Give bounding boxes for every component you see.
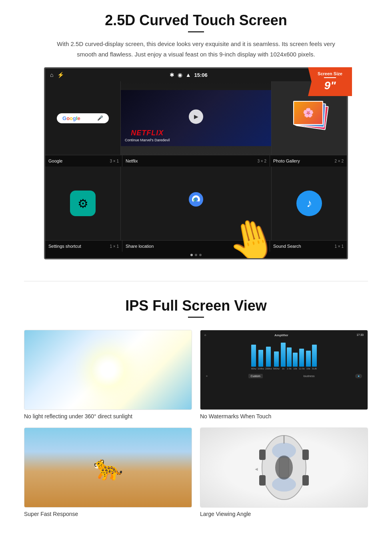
google-logo: Google bbox=[62, 115, 80, 121]
section2-title: IPS Full Screen View bbox=[24, 297, 368, 314]
google-grid-size: 3 × 1 bbox=[110, 159, 119, 163]
eq-band-60hz[interactable]: 60hz bbox=[251, 345, 256, 370]
status-left: ⌂ ⚡ bbox=[50, 72, 64, 78]
amp-loudness-label: loudness bbox=[303, 375, 314, 377]
eq-band-2.5k[interactable]: 2.5k bbox=[287, 347, 292, 370]
app-row-1: Google 🎤 ▶ bbox=[45, 81, 347, 155]
netflix-thumbnail: ▶ NETFLIX Continue Marvel's Daredevil bbox=[121, 90, 271, 146]
amp-toggle[interactable]: ● bbox=[355, 374, 362, 378]
netflix-label-cell: Netflix 3 × 2 bbox=[122, 155, 270, 167]
amp-controls: « Custom loudness ● bbox=[203, 373, 365, 379]
sound-search-cell[interactable]: ♪ bbox=[272, 167, 347, 240]
settings-cell-content: ⚙ bbox=[45, 167, 120, 240]
badge-label: Screen Size bbox=[314, 71, 346, 76]
sun-burst bbox=[92, 354, 124, 386]
maps-icon: G bbox=[184, 189, 208, 218]
sunlight-image bbox=[24, 330, 192, 410]
home-icon[interactable]: ⌂ bbox=[50, 72, 53, 78]
nav-dot-1[interactable] bbox=[190, 254, 193, 256]
section1-description: With 2.5D curved-display screen, this de… bbox=[56, 39, 336, 59]
google-app-name: Google bbox=[48, 159, 62, 163]
image-grid: No light reflecting under 360° direct su… bbox=[24, 330, 368, 517]
section1-title: 2.5D Curved Touch Screen bbox=[24, 12, 368, 29]
svg-rect-9 bbox=[302, 450, 309, 460]
netflix-logo: NETFLIX bbox=[125, 129, 170, 137]
svg-text:◄: ◄ bbox=[254, 466, 259, 472]
amp-home-icon: ⌂ bbox=[204, 333, 206, 337]
svg-point-13 bbox=[275, 456, 293, 480]
photo-gallery-grid-size: 2 × 2 bbox=[334, 159, 344, 163]
mic-icon: 🎤 bbox=[97, 115, 103, 121]
google-cell-content: Google 🎤 bbox=[45, 81, 120, 155]
photo-gallery-app-name: Photo Gallery bbox=[273, 159, 300, 163]
eq-band-200hz[interactable]: 200hz bbox=[265, 347, 272, 370]
netflix-grid-size: 3 × 2 bbox=[257, 159, 266, 163]
settings-app-name: Settings shortcut bbox=[48, 244, 81, 249]
eq-band-100hz[interactable]: 100hz bbox=[258, 350, 264, 370]
amp-time: 17:33 bbox=[356, 333, 364, 337]
nav-dot-2[interactable] bbox=[195, 254, 197, 256]
device-container: Screen Size 9" ⌂ ⚡ ✱ ◉ ▲ 15:06 bbox=[44, 67, 348, 259]
nav-dots bbox=[45, 252, 347, 258]
sound-search-app-name: Sound Search bbox=[273, 244, 301, 249]
amp-title: Amplifier bbox=[274, 333, 288, 337]
badge-divider bbox=[324, 77, 336, 78]
sunlight-item: No light reflecting under 360° direct su… bbox=[24, 330, 192, 420]
cheetah-caption: Super Fast Response bbox=[24, 511, 192, 517]
screen-size-badge: Screen Size 9" bbox=[308, 67, 352, 96]
amplifier-caption: No Watermarks When Touch bbox=[200, 413, 368, 420]
amp-equalizer: 60hz100hz200hz500hz1k2.5k10k12.5k15kSUB bbox=[203, 339, 365, 371]
amplifier-image: ⌂ Amplifier 17:33 60hz100hz200hz500hz1k2… bbox=[200, 330, 368, 410]
sound-search-icon: ♪ bbox=[296, 191, 322, 216]
amp-screen: ⌂ Amplifier 17:33 60hz100hz200hz500hz1k2… bbox=[200, 330, 368, 409]
app-row-2: ⚙ G bbox=[45, 167, 347, 241]
amp-custom-button[interactable]: Custom bbox=[248, 374, 263, 378]
netflix-play-button[interactable]: ▶ bbox=[189, 109, 203, 124]
location-icon: ◉ bbox=[178, 72, 182, 78]
photo-card-front: 🌸 bbox=[293, 101, 323, 125]
svg-rect-10 bbox=[259, 475, 266, 486]
status-center: ✱ ◉ ▲ 15:06 bbox=[170, 72, 208, 78]
cheetah-item: 🐆 Super Fast Response bbox=[24, 428, 192, 517]
eq-band-1k[interactable]: 1k bbox=[281, 343, 286, 370]
sound-search-label-cell: Sound Search 1 × 1 bbox=[270, 241, 347, 252]
ips-section: IPS Full Screen View No light reflecting… bbox=[0, 293, 392, 529]
eq-band-12.5k[interactable]: 12.5k bbox=[299, 349, 305, 370]
amp-back-btn[interactable]: « bbox=[206, 375, 208, 377]
car-svg: ◄ bbox=[252, 428, 316, 508]
settings-icon: ⚙ bbox=[70, 191, 96, 216]
netflix-cell[interactable]: ▶ NETFLIX Continue Marvel's Daredevil bbox=[121, 81, 272, 155]
share-location-cell[interactable]: G 🤚 bbox=[121, 167, 272, 240]
wifi-icon: ▲ bbox=[186, 72, 191, 78]
car-item: ◄ Large Viewing Angle bbox=[200, 428, 368, 517]
share-location-grid-size: 1 × 1 bbox=[257, 244, 266, 249]
google-label-cell: Google 3 × 1 bbox=[45, 155, 122, 167]
amp-status-bar: ⌂ Amplifier 17:33 bbox=[203, 333, 365, 338]
share-location-app-name: Share location bbox=[126, 244, 154, 249]
google-cell[interactable]: Google 🎤 bbox=[45, 81, 121, 155]
title-underline-2 bbox=[188, 317, 204, 318]
sunlight-scene bbox=[24, 330, 192, 409]
settings-grid-size: 1 × 1 bbox=[110, 244, 119, 249]
eq-band-500hz[interactable]: 500hz bbox=[273, 351, 280, 370]
google-search-bar[interactable]: Google 🎤 bbox=[57, 113, 109, 123]
title-underline bbox=[188, 31, 204, 32]
eq-band-15k[interactable]: 15k bbox=[306, 351, 311, 370]
app-labels-row-1: Google 3 × 1 Netflix 3 × 2 Photo Gallery… bbox=[45, 155, 347, 167]
car-image: ◄ bbox=[200, 428, 368, 508]
bluetooth-icon: ✱ bbox=[170, 72, 174, 78]
car-caption: Large Viewing Angle bbox=[200, 511, 368, 517]
status-time: 15:06 bbox=[194, 72, 208, 78]
android-screen: ⌂ ⚡ ✱ ◉ ▲ 15:06 ◫ ♪ ⊠ ⬜ bbox=[44, 67, 348, 259]
svg-rect-8 bbox=[259, 450, 266, 460]
settings-cell[interactable]: ⚙ bbox=[45, 167, 121, 240]
eq-band-10k[interactable]: 10k bbox=[293, 353, 298, 370]
nav-dot-3[interactable] bbox=[199, 254, 202, 256]
photo-gallery-label-cell: Photo Gallery 2 × 2 bbox=[270, 155, 347, 167]
svg-text:G: G bbox=[193, 198, 196, 202]
share-location-content: G 🤚 bbox=[121, 167, 271, 240]
status-bar: ⌂ ⚡ ✱ ◉ ▲ 15:06 ◫ ♪ ⊠ ⬜ bbox=[45, 68, 347, 81]
app-labels-row-2: Settings shortcut 1 × 1 Share location 1… bbox=[45, 241, 347, 252]
eq-band-SUB[interactable]: SUB bbox=[312, 345, 317, 370]
sound-search-content: ♪ bbox=[272, 167, 347, 240]
